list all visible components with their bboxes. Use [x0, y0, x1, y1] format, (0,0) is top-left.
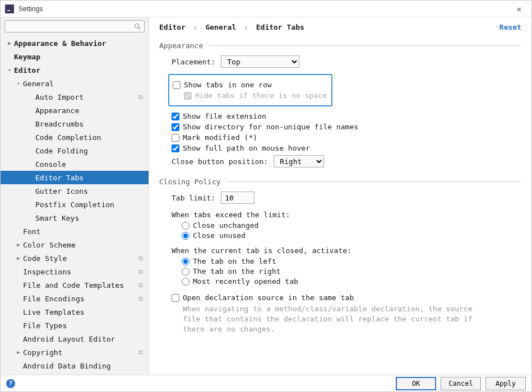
chevron-right-icon: ▶ [15, 349, 22, 355]
chevron-down-icon: ▾ [15, 81, 22, 86]
mark-modified-label: Mark modified (*) [183, 133, 257, 142]
tree-item-android-layout-editor[interactable]: Android Layout Editor [1, 332, 149, 346]
reset-link[interactable]: Reset [499, 23, 521, 31]
close-unused-radio[interactable] [182, 232, 189, 240]
exceed-limit-label: When tabs exceed the limit: [172, 211, 521, 219]
search-icon [134, 23, 141, 31]
svg-point-1 [135, 24, 140, 29]
sidebar: ▶Appearance & Behavior Keymap ▾Editor ▾G… [1, 17, 149, 376]
tree-item-appearance-behavior[interactable]: ▶Appearance & Behavior [1, 36, 149, 50]
tree-item-console[interactable]: Console [1, 157, 149, 171]
hide-tabs-no-space-checkbox [184, 92, 192, 100]
placement-label: Placement: [172, 58, 215, 66]
activate-right-label: The tab on the right [193, 267, 281, 276]
tree-item-postfix-completion[interactable]: Postfix Completion [1, 198, 149, 211]
show-full-path-checkbox[interactable] [172, 144, 179, 152]
current-closed-label: When the current tab is closed, activate… [172, 246, 521, 255]
tree-item-copyright[interactable]: ▶Copyright⧉ [1, 346, 149, 359]
show-file-ext-row: Show file extension [172, 112, 521, 120]
cancel-button[interactable]: Cancel [441, 377, 481, 390]
chevron-right-icon: ▶ [6, 40, 13, 46]
close-button-position-select[interactable]: Right [274, 155, 324, 167]
show-file-ext-label: Show file extension [183, 112, 266, 120]
chevron-right-icon: ▶ [15, 255, 22, 261]
titlebar: Settings ✕ [1, 1, 531, 17]
svg-line-2 [138, 27, 140, 29]
content: Editor › General › Editor Tabs Reset App… [149, 17, 531, 376]
close-button-position-label: Close button position: [172, 157, 268, 166]
open-decl-same-tab-label: Open declaration source in the same tab [183, 293, 354, 302]
chevron-right-icon: › [244, 23, 248, 31]
copy-icon: ⧉ [138, 282, 143, 289]
tree-item-general[interactable]: ▾General [1, 77, 149, 90]
activate-recent-label: Most recently opened tab [193, 277, 298, 286]
tree-item-live-templates[interactable]: Live Templates [1, 305, 149, 319]
close-button-position-row: Close button position: Right [172, 155, 521, 167]
app-icon [5, 4, 14, 13]
window-title: Settings [18, 5, 511, 13]
svg-rect-0 [7, 10, 10, 11]
tab-limit-label: Tab limit: [172, 194, 215, 202]
search-input[interactable] [4, 20, 145, 32]
activate-right-radio[interactable] [182, 268, 189, 276]
footer: ? OK Cancel Apply [1, 375, 531, 391]
tree-item-android-data-binding[interactable]: Android Data Binding [1, 359, 149, 372]
tree-item-font[interactable]: Font [1, 225, 149, 238]
close-unused-row: Close unused [182, 231, 521, 240]
tree-item-editor[interactable]: ▾Editor [1, 63, 149, 77]
close-unchanged-radio[interactable] [182, 222, 189, 230]
activate-left-row: The tab on the left [182, 257, 521, 265]
placement-select[interactable]: Top [221, 55, 299, 68]
close-unused-label: Close unused [193, 231, 246, 240]
ok-button[interactable]: OK [396, 377, 436, 390]
main: ▶Appearance & Behavior Keymap ▾Editor ▾G… [1, 17, 531, 376]
show-tabs-one-row-checkbox[interactable] [173, 81, 181, 89]
tree-item-auto-import[interactable]: Auto Import⧉ [1, 90, 149, 104]
tree-item-code-style[interactable]: ▶Code Style⧉ [1, 251, 149, 265]
placement-row: Placement: Top [172, 55, 521, 68]
tree-item-gutter-icons[interactable]: Gutter Icons [1, 184, 149, 198]
breadcrumb: Editor › General › Editor Tabs [159, 23, 499, 31]
chevron-down-icon: ▾ [6, 67, 13, 73]
tree-item-editor-tabs[interactable]: Editor Tabs [1, 171, 149, 184]
close-unchanged-row: Close unchanged [182, 221, 521, 230]
hide-tabs-no-space-label: Hide tabs if there is no space [195, 91, 327, 100]
tree-item-breadcrumbs[interactable]: Breadcrumbs [1, 117, 149, 130]
open-decl-same-tab-checkbox[interactable] [172, 294, 179, 302]
close-unchanged-label: Close unchanged [193, 221, 258, 230]
tree-item-file-types[interactable]: File Types [1, 319, 149, 332]
tree-item-file-code-templates[interactable]: File and Code Templates⧉ [1, 278, 149, 292]
tree-item-smart-keys[interactable]: Smart Keys [1, 211, 149, 225]
tree-item-appearance[interactable]: Appearance [1, 104, 149, 117]
show-dir-nonunique-label: Show directory for non-unique file names [183, 123, 358, 131]
tree-item-color-scheme[interactable]: ▶Color Scheme [1, 238, 149, 251]
tree-item-code-folding[interactable]: Code Folding [1, 144, 149, 157]
activate-left-radio[interactable] [182, 258, 189, 265]
mark-modified-checkbox[interactable] [172, 134, 179, 142]
show-tabs-one-row-row: Show tabs in one row [173, 81, 327, 89]
tree-item-inspections[interactable]: Inspections⧉ [1, 265, 149, 278]
tab-limit-input[interactable] [221, 192, 255, 204]
tree-item-file-encodings[interactable]: File Encodings⧉ [1, 292, 149, 305]
show-full-path-row: Show full path on mouse hover [172, 144, 521, 152]
show-dir-nonunique-checkbox[interactable] [172, 123, 179, 131]
chevron-right-icon: ▶ [15, 242, 22, 248]
help-icon[interactable]: ? [6, 379, 15, 388]
mark-modified-row: Mark modified (*) [172, 133, 521, 142]
close-icon[interactable]: ✕ [511, 4, 527, 13]
tree-item-code-completion[interactable]: Code Completion [1, 130, 149, 144]
search-wrap [1, 17, 149, 35]
copy-icon: ⧉ [138, 295, 143, 302]
open-decl-same-tab-row: Open declaration source in the same tab [172, 293, 521, 302]
copy-icon: ⧉ [138, 94, 143, 101]
activate-recent-radio[interactable] [182, 278, 189, 286]
apply-button[interactable]: Apply [485, 377, 526, 390]
chevron-right-icon: › [193, 23, 198, 31]
activate-left-label: The tab on the left [193, 257, 276, 265]
activate-recent-row: Most recently opened tab [182, 277, 521, 286]
show-tabs-one-row-label: Show tabs in one row [184, 81, 272, 89]
hide-tabs-no-space-row: Hide tabs if there is no space [184, 91, 327, 100]
tree-item-keymap[interactable]: Keymap [1, 50, 149, 63]
show-full-path-label: Show full path on mouse hover [183, 144, 310, 152]
show-file-ext-checkbox[interactable] [172, 113, 179, 120]
